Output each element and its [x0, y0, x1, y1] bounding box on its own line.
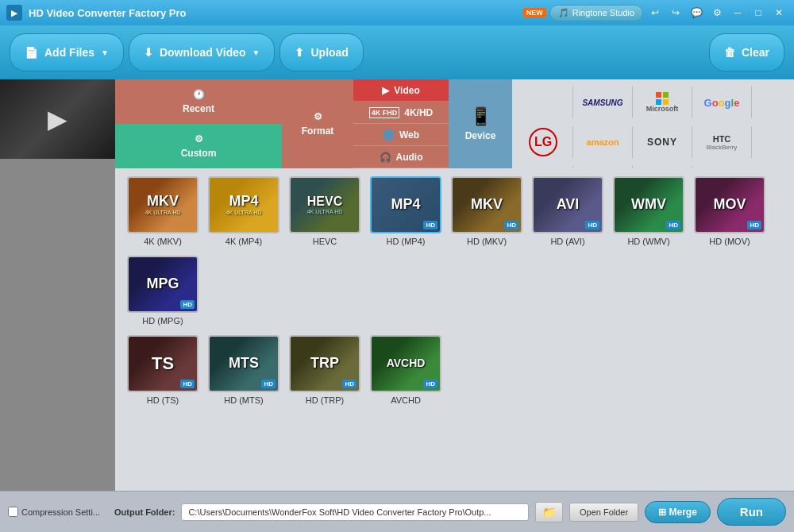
add-files-arrow-icon: ▼: [101, 48, 109, 57]
format-label-wmvhd-img: WMV: [631, 197, 666, 213]
merge-button[interactable]: ⊞ Merge: [645, 501, 711, 523]
brand-htc[interactable]: HTC BlackBerry: [694, 122, 750, 162]
htc-logo: HTC BlackBerry: [707, 134, 738, 151]
mp4hd-badge: HD: [423, 221, 437, 229]
wmvhd-badge: HD: [666, 221, 680, 229]
device-icon: 📱: [470, 106, 491, 127]
brand-divider-8: [751, 126, 752, 158]
output-path-field: C:\Users\Documents\WonderFox Soft\HD Vid…: [181, 503, 529, 521]
brand-logos: SAMSUNG Microsoft: [512, 79, 794, 168]
format-name-mtshd: HD (MTS): [224, 395, 264, 405]
format-thumb-mkvhd: MKV HD: [451, 176, 522, 233]
format-item-movhd[interactable]: MOV HD HD (MOV): [694, 176, 765, 246]
format-name-mkv4k: 4K (MKV): [144, 237, 182, 246]
ringtone-studio-button[interactable]: 🎵 Ringtone Studio: [549, 5, 643, 21]
avchd-badge: HD: [423, 380, 437, 388]
format-item-mtshd[interactable]: MTS HD HD (MTS): [208, 335, 279, 405]
clear-icon: 🗑: [724, 46, 735, 59]
format-item-avchd[interactable]: AVCHD HD AVCHD: [370, 335, 441, 405]
download-video-button[interactable]: ⬇ Download Video ▼: [129, 33, 276, 71]
main-content: ▶ 🕐 Recent ⚙ Custom ⚙ Format: [0, 79, 794, 491]
tshd-badge: HD: [180, 380, 195, 388]
web-icon: 🌐: [383, 129, 395, 141]
brand-amazon[interactable]: amazon: [575, 122, 630, 162]
tab-audio[interactable]: 🎧 Audio: [353, 146, 449, 168]
add-files-button[interactable]: 📄 Add Files ▼: [10, 33, 124, 71]
trphd-badge: HD: [342, 380, 357, 388]
lg-logo: LG: [529, 128, 557, 156]
clear-button[interactable]: 🗑 Clear: [709, 33, 784, 71]
mpghd-badge: HD: [180, 300, 195, 309]
preview-thumbnail[interactable]: ▶: [0, 79, 115, 159]
run-button[interactable]: Run: [717, 498, 786, 526]
format-item-avihd[interactable]: AVI HD HD (AVI): [532, 176, 603, 246]
format-thumb-wmvhd: WMV HD: [613, 176, 684, 233]
brand-samsung[interactable]: SAMSUNG: [575, 83, 630, 122]
upload-icon: ⬆: [295, 46, 304, 59]
upload-button[interactable]: ⬆ Upload: [279, 33, 363, 71]
maximize-button[interactable]: □: [750, 4, 767, 21]
format-item-wmvhd[interactable]: WMV HD HD (WMV): [613, 176, 684, 246]
browse-folder-button[interactable]: 📁: [535, 502, 563, 522]
brand-google[interactable]: Google: [694, 83, 750, 122]
format-item-hevc[interactable]: HEVC 4K ULTRA HD HEVC: [289, 176, 360, 246]
close-button[interactable]: ✕: [770, 4, 788, 21]
format-name-hevc: HEVC: [313, 237, 337, 246]
format-thumb-mp4hd: MP4 HD: [370, 176, 441, 233]
tab-format[interactable]: ⚙ Format: [282, 79, 353, 168]
settings-button[interactable]: ⚙: [708, 4, 726, 21]
undo-button[interactable]: ↩: [646, 4, 664, 21]
format-label-mp4hd-img: MP4: [391, 197, 420, 213]
brand-divider-7: [692, 126, 692, 158]
format-row-2: TS HD HD (TS) MTS HD HD (MTS): [127, 335, 782, 405]
format-label-hevc-img: HEVC 4K ULTRA HD: [307, 195, 343, 214]
custom-icon: ⚙: [195, 133, 203, 145]
brand-divider-2: [632, 87, 633, 118]
brand-apple[interactable]: [515, 83, 571, 122]
chat-button[interactable]: 💬: [688, 4, 705, 21]
tab-recent[interactable]: 🕐 Recent: [115, 79, 282, 124]
format-label-mkv4k-img: MKV 4K ULTRA HD: [145, 194, 181, 215]
left-panel: ▶: [0, 79, 115, 491]
add-files-icon: 📄: [25, 46, 38, 59]
brand-microsoft[interactable]: Microsoft: [634, 83, 690, 122]
app-title: HD Video Converter Factory Pro: [29, 7, 186, 19]
google-logo: Google: [704, 97, 740, 109]
mtshd-badge: HD: [261, 380, 276, 388]
brand-sony[interactable]: SONY: [634, 122, 690, 162]
title-bar: ▶ HD Video Converter Factory Pro NEW 🎵 R…: [0, 0, 794, 25]
tab-custom[interactable]: ⚙ Custom: [115, 124, 282, 168]
redo-button[interactable]: ↪: [667, 4, 684, 21]
bottom-bar: Compression Setti... Output Folder: C:\U…: [0, 491, 794, 532]
format-thumb-avchd: AVCHD HD: [370, 335, 441, 392]
tab-4khd[interactable]: 4K FHD 4K/HD: [353, 102, 449, 124]
ringtone-icon: 🎵: [558, 8, 569, 18]
format-label-mkvhd-img: MKV: [471, 197, 503, 213]
format-name-mpghd: HD (MPG): [142, 316, 183, 326]
format-item-mkv4k[interactable]: MKV 4K ULTRA HD 4K (MKV): [127, 176, 198, 246]
compression-checkbox-label[interactable]: Compression Setti...: [8, 507, 100, 517]
minimize-button[interactable]: ─: [729, 4, 746, 21]
brand-divider-6: [632, 126, 633, 158]
format-thumb-mkv4k: MKV 4K ULTRA HD: [127, 176, 198, 233]
format-name-mkvhd: HD (MKV): [467, 237, 507, 246]
format-name-mp44k: 4K (MP4): [225, 237, 262, 246]
tab-device[interactable]: 📱 Device: [449, 79, 512, 168]
tab-web[interactable]: 🌐 Web: [353, 124, 449, 146]
audio-icon: 🎧: [380, 152, 391, 163]
format-item-tshd[interactable]: TS HD HD (TS): [127, 335, 198, 405]
format-item-mpghd[interactable]: MPG HD HD (MPG): [127, 256, 198, 326]
format-item-mp44k[interactable]: MP4 4K ULTRA HD 4K (MP4): [208, 176, 279, 246]
format-item-trphd[interactable]: TRP HD HD (TRP): [289, 335, 360, 405]
format-item-mkvhd[interactable]: MKV HD HD (MKV): [451, 176, 522, 246]
tab-video[interactable]: ▶ Video: [353, 79, 449, 102]
tab-section-left: 🕐 Recent ⚙ Custom: [115, 79, 282, 168]
brand-lg[interactable]: LG: [515, 122, 571, 162]
compression-checkbox[interactable]: [8, 507, 18, 517]
format-tabs: 🕐 Recent ⚙ Custom ⚙ Format ▶ Video: [115, 79, 794, 168]
brand-divider-3: [692, 87, 692, 118]
open-folder-button[interactable]: Open Folder: [569, 503, 638, 522]
format-item-mp4hd[interactable]: MP4 HD HD (MP4): [370, 176, 441, 246]
format-name-tshd: HD (TS): [147, 395, 179, 405]
amazon-logo: amazon: [587, 137, 619, 147]
